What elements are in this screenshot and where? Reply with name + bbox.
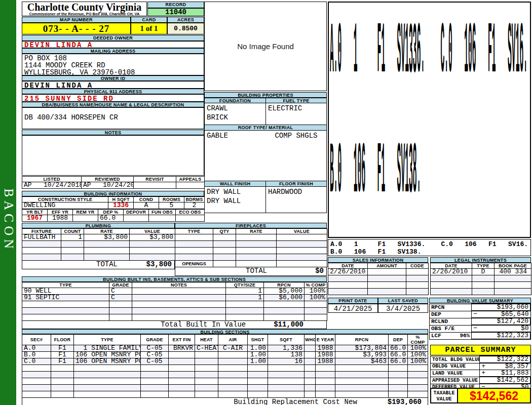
record-label: RECORD <box>147 2 204 8</box>
cell <box>408 391 428 398</box>
cell: $122,323 <box>478 332 530 339</box>
building-sections-title: BUILDING SECTIONS <box>22 329 428 334</box>
cell: 2/26/2010 <box>328 269 368 275</box>
cell <box>61 241 84 248</box>
cell <box>472 332 478 339</box>
column-header: EFF YR <box>48 210 73 215</box>
cell <box>22 301 109 308</box>
fuel-type-label: FUEL TYPE <box>265 98 327 103</box>
cell <box>406 282 429 289</box>
cell <box>458 325 472 332</box>
table-row <box>328 275 429 282</box>
cell <box>213 254 236 261</box>
table-row <box>22 314 327 321</box>
cell <box>74 385 141 391</box>
mailing-line: PO BOX 108 <box>22 54 204 62</box>
cell: B.0 <box>22 352 51 358</box>
cell: $3,993 <box>335 352 389 358</box>
cell: OBLDG VALUE <box>431 363 480 370</box>
cell <box>408 378 428 385</box>
cell <box>368 289 406 295</box>
column-header: SHGT <box>248 335 268 345</box>
cell: 1 <box>61 234 84 241</box>
acres-value: 0.8500 <box>167 23 204 34</box>
table-row <box>22 391 428 398</box>
cell: 16 <box>268 358 305 365</box>
column-header: BDRMS <box>184 197 205 202</box>
wall-finish-line: DRY WALL <box>205 187 265 197</box>
header-row: LISTEDREVIEWEDREVISITAPPEALS <box>22 177 205 182</box>
fireplaces-total-label: TOTAL <box>236 267 277 275</box>
cell: 100% <box>305 288 327 295</box>
table-row <box>175 248 327 254</box>
cell <box>218 352 248 358</box>
column-header: TYPE <box>22 282 109 288</box>
sales-table: DATEAMOUNTCODE 2/26/2010 <box>328 263 428 295</box>
building-info-title: BUILDING INFORMATION <box>22 191 204 196</box>
building-info-row2: YR BLTEFF YRREM YRDEP %DEPOVRFUN OBSECO … <box>22 209 204 222</box>
map-number-label: MAP NUMBER <box>22 17 131 23</box>
cell: C-AIR <box>218 345 248 352</box>
table-row <box>22 254 175 261</box>
cell <box>84 248 130 254</box>
no-image-text: No Image Found <box>237 42 294 51</box>
cell <box>226 314 264 321</box>
column-header: CONSTRUCTION STYLE <box>22 197 108 202</box>
cell: 1 <box>226 288 264 295</box>
cell <box>236 241 277 248</box>
column-header: REVISIT <box>134 177 176 182</box>
cell <box>268 372 305 378</box>
cell <box>175 234 213 241</box>
spacer <box>175 267 236 275</box>
county-header: Charlotte County Virginia Commissioner o… <box>22 2 147 16</box>
dba-block: DB 400/334 HORSEPEN CR <box>22 107 204 129</box>
cell <box>335 391 389 398</box>
sketch-legend-line: B.0 106 F1 SV138. <box>330 248 528 256</box>
print-date-label: PRINT DATE <box>328 298 378 304</box>
table-row: OBS F/E−$0 <box>430 325 531 332</box>
cell <box>335 372 389 378</box>
fireplaces-total-value: $0 <box>277 267 326 275</box>
table-row: B.0F1106 OPEN MSNRY PCHC-051.001381988$3… <box>22 352 428 358</box>
header-row: CONSTRUCTION STYLEH SQFTCONDROOMSBDRMS <box>22 197 205 202</box>
column-header: BOOK PAGE <box>495 263 531 269</box>
cell <box>130 241 175 248</box>
cell <box>109 301 132 308</box>
plumbing-total-row: TOTAL $3,800 <box>22 261 175 269</box>
cell <box>141 378 169 385</box>
cell: RCLND <box>430 318 458 325</box>
column-header: GRADE <box>141 335 169 345</box>
column-header: ECO OBS <box>176 210 205 215</box>
header-row: SEC#FLOORTYPEGRADEEXT FINHEATAIRSHGTSQFT… <box>22 335 428 345</box>
cell: 1.00 <box>248 352 268 358</box>
column-header: YR BLT <box>22 210 48 215</box>
cell <box>406 289 429 295</box>
cell <box>431 275 472 282</box>
table-row <box>328 289 429 295</box>
sketch-legend-line: A.0 1 F1 SV1336. C.0 106 F1 SV16. <box>330 240 528 248</box>
cell: C-05 <box>141 345 169 352</box>
map-number-value: 073- - A- - - 27 <box>22 23 131 34</box>
cell <box>335 365 389 372</box>
notes-label: NOTES <box>22 130 204 135</box>
cell: 1 <box>226 295 264 301</box>
sketch-vector-text: A.0 1 F1 SV1336. C.0 106 F1 SV16. <box>330 16 527 88</box>
cell <box>277 248 327 254</box>
cell <box>408 372 428 378</box>
cell <box>458 318 472 325</box>
sidebar-vertical-label: BACON <box>1 188 16 252</box>
parcel-summary-table: TOTAL BLDG VALUE$122,322OBLDG VALUE+$8,3… <box>430 355 531 391</box>
header-row: DATETYPEBOOK PAGE <box>431 263 531 269</box>
cell <box>406 275 429 282</box>
cell <box>316 372 335 378</box>
floor-finish-label: FLOOR FINISH <box>265 181 327 187</box>
table-row <box>175 234 327 241</box>
replacement-cost-label: Building Replacement Cost New <box>234 398 357 405</box>
table-row <box>22 372 428 378</box>
cell: LAND VALUE <box>431 370 480 377</box>
column-header: AIR <box>218 335 248 345</box>
cell <box>368 275 406 282</box>
built-ins-table: TYPEGRADENOTESQTY/SIZERPCN% COMP 90 WELL… <box>22 282 327 329</box>
header-row: FIXTURECOUNTRATEVALUE <box>22 229 175 234</box>
property-record-card: BACON Charlotte County Virginia Commissi… <box>0 0 532 405</box>
